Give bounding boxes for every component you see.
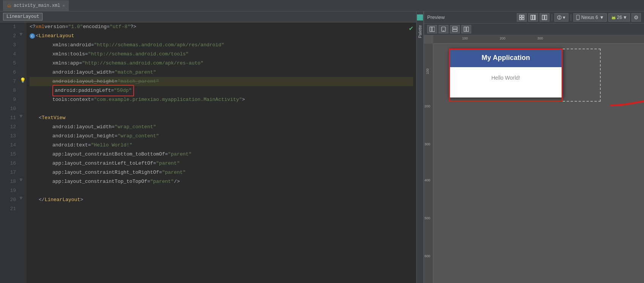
svg-rect-1	[522, 15, 524, 17]
svg-rect-23	[467, 27, 469, 31]
ruler-left-200: 200	[425, 104, 430, 108]
svg-line-12	[612, 16, 612, 16]
ruler-left-100: 100	[426, 68, 429, 74]
line-num-5: 5	[0, 59, 16, 68]
code-line-2: C <LinearLayout	[30, 31, 413, 41]
breadcrumb-bar: LinearLayout	[0, 11, 416, 22]
line-num-20: 20	[0, 195, 16, 204]
line-num-9: 9	[0, 95, 16, 104]
line-num-14: 14	[0, 141, 16, 150]
line-num-3: 3	[0, 41, 16, 50]
ruler-top: 100 200 300	[433, 35, 644, 44]
ruler-mark-300: 300	[537, 36, 543, 40]
red-arrow	[610, 85, 644, 111]
fold-icon-18[interactable]: ▽	[20, 177, 22, 182]
layout-split-button[interactable]	[540, 13, 549, 22]
code-line-12: android:layout_width="wrap_content"	[30, 123, 413, 132]
line-num-4: 4	[0, 50, 16, 59]
preview-title: Preview	[427, 14, 445, 20]
main-area: LinearLayout 1 2 3 4 5 6 7 8 9 10 11 12 …	[0, 11, 644, 283]
view-split-vertical[interactable]	[450, 25, 460, 33]
code-line-14: android:text="Hello World!"	[30, 141, 413, 150]
api-label: 26	[617, 15, 622, 20]
ruler-mark-100: 100	[462, 36, 468, 40]
svg-rect-16	[430, 27, 432, 31]
ruler-left-400: 400	[425, 178, 430, 182]
code-line-6: android:layout_width="match_parent"	[30, 68, 413, 77]
device-label: Nexus 6	[581, 15, 598, 20]
code-lines[interactable]: <?xml version="1.0" encoding="utf-8" ?> …	[27, 22, 416, 283]
line-numbers: 1 2 3 4 5 6 7 8 9 10 11 12 13 14 15 16 1…	[0, 22, 19, 283]
device-selector[interactable]: Nexus 6 ▼	[573, 13, 607, 22]
preview-content: 100 200 300 100 200 300 400 500 600 My A…	[424, 35, 644, 283]
tab-label: activity_main.xml	[14, 3, 60, 8]
preview-panel: Preview	[424, 11, 644, 283]
fold-icon-2[interactable]: ▽	[20, 31, 22, 36]
layout-grid-button[interactable]	[517, 13, 527, 22]
preview-header: Preview	[424, 11, 644, 24]
svg-rect-17	[432, 27, 435, 31]
code-line-9: tools:context="com.example.primexiao.mya…	[30, 95, 413, 104]
app-bar-title: My Application	[481, 54, 530, 61]
code-line-11: <TextView	[30, 113, 413, 123]
view-device-button[interactable]	[439, 25, 448, 33]
svg-point-14	[612, 17, 613, 17]
line-num-7: 7	[0, 77, 16, 86]
svg-rect-21	[453, 30, 457, 31]
view-split-horiz[interactable]	[461, 25, 471, 33]
code-line-20: </LinearLayout>	[30, 195, 413, 204]
svg-rect-7	[542, 15, 544, 20]
hello-world-text: Hello World!	[455, 75, 557, 81]
code-line-15: app:layout_constraintBottom_toBottomOf="…	[30, 150, 413, 159]
code-line-13: android:layout_height="wrap_content"	[30, 132, 413, 141]
xml-file-icon: 🗂	[7, 3, 11, 8]
activity-main-tab[interactable]: 🗂 activity_main.xml ✕	[3, 0, 69, 11]
breadcrumb-tag[interactable]: LinearLayout	[3, 13, 43, 20]
palette-color-icon	[417, 14, 423, 20]
tab-close-button[interactable]: ✕	[62, 3, 65, 8]
phone-preview: My Application Hello World!	[449, 49, 563, 97]
settings-button[interactable]: ⚙	[631, 13, 641, 22]
preview-toolbar: ▼ Nexus 6 ▼	[517, 13, 641, 22]
svg-line-13	[615, 16, 615, 16]
ruler-left-300: 300	[425, 142, 430, 146]
fold-icon-11[interactable]: ▽	[20, 113, 22, 118]
svg-point-11	[578, 19, 578, 19]
bulb-icon-7: 💡	[20, 77, 26, 84]
view-grid-button[interactable]	[427, 25, 437, 33]
fold-icon-20[interactable]: ▽	[20, 195, 22, 200]
line-num-2: 2	[0, 31, 16, 41]
svg-rect-22	[464, 27, 466, 31]
line-num-10: 10	[0, 104, 16, 113]
code-line-1: <?xml version="1.0" encoding="utf-8" ?>	[30, 22, 413, 31]
code-line-7: android:layout_height="match_parent"	[30, 77, 413, 86]
phone-content-area: Hello World!	[449, 67, 563, 97]
code-line-17: app:layout_constraintRight_toRightOf="pa…	[30, 168, 413, 177]
ruler-mark-200: 200	[500, 36, 505, 40]
code-line-8: android:paddingLeft="50dp"	[30, 86, 413, 95]
line-num-13: 13	[0, 132, 16, 141]
app-bar: My Application	[449, 49, 563, 67]
line-num-11: 11	[0, 113, 16, 123]
svg-rect-4	[531, 15, 532, 20]
device-dropdown-icon: ▼	[600, 15, 604, 20]
layout-columns-button[interactable]	[528, 13, 538, 22]
api-selector[interactable]: 26 ▼	[608, 13, 630, 22]
preview-toolbar-row2	[424, 24, 644, 35]
svg-rect-6	[535, 15, 535, 20]
code-line-19	[30, 186, 413, 195]
svg-rect-2	[519, 18, 521, 20]
svg-rect-5	[533, 15, 534, 20]
ruler-left-500: 500	[425, 216, 430, 220]
line-num-8: 8	[0, 86, 16, 95]
palette-sidebar[interactable]: Palette	[416, 11, 424, 283]
code-line-18: app:layout_constraintTop_toTopOf="parent…	[30, 177, 413, 186]
line-num-6: 6	[0, 68, 16, 77]
code-line-5: xmlns:app="http://schemas.android.com/ap…	[30, 59, 413, 68]
line-num-15: 15	[0, 150, 16, 159]
code-line-21	[30, 204, 413, 214]
code-line-10	[30, 104, 413, 113]
theme-button[interactable]: ▼	[554, 13, 568, 22]
code-line-4: xmlns:tools="http://schemas.android.com/…	[30, 50, 413, 59]
svg-rect-3	[522, 18, 524, 20]
